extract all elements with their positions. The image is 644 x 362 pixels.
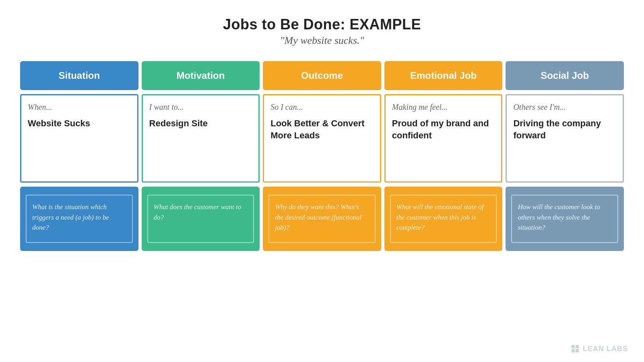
content-card-outcome: So I can...Look Better & Convert More Le… (263, 94, 381, 183)
content-card-motivation: I want to...Redesign Site (142, 94, 260, 183)
col-emotional-job: Emotional JobMaking me feel...Proud of m… (384, 61, 503, 251)
col-header-situation: Situation (20, 61, 138, 90)
svg-rect-1 (576, 345, 579, 348)
card-prompt-outcome: So I can... (270, 103, 374, 112)
card-value-social-job: Driving the company forward (513, 117, 616, 141)
card-value-outcome: Look Better & Convert More Leads (270, 117, 374, 141)
desc-card-social-job: How will the customer look to others whe… (511, 195, 618, 243)
svg-rect-3 (576, 349, 579, 352)
bottom-section-situation: What is the situation which triggers a n… (20, 187, 138, 251)
desc-card-situation: What is the situation which triggers a n… (26, 195, 133, 243)
content-card-emotional-job: Making me feel...Proud of my brand and c… (384, 94, 503, 183)
card-value-motivation: Redesign Site (149, 117, 252, 130)
page-header: Jobs to Be Done: EXAMPLE "My website suc… (20, 16, 624, 47)
desc-card-motivation: What does the customer want to do? (147, 195, 254, 243)
card-value-emotional-job: Proud of my brand and confident (392, 117, 495, 141)
svg-rect-2 (572, 349, 575, 352)
desc-card-outcome: Why do they want this? What's the desire… (268, 195, 376, 243)
bottom-section-motivation: What does the customer want to do? (142, 187, 260, 251)
bottom-section-social-job: How will the customer look to others whe… (506, 187, 624, 251)
card-prompt-emotional-job: Making me feel... (392, 103, 495, 112)
col-header-emotional-job: Emotional Job (384, 61, 503, 90)
page-title: Jobs to Be Done: EXAMPLE (20, 16, 624, 33)
card-value-situation: Website Sucks (28, 117, 131, 130)
page-wrapper: Jobs to Be Done: EXAMPLE "My website suc… (12, 0, 632, 259)
page-subtitle: "My website sucks." (20, 35, 624, 47)
col-header-outcome: Outcome (263, 61, 381, 90)
col-social-job: Social JobOthers see I'm...Driving the c… (506, 61, 624, 251)
col-header-motivation: Motivation (142, 61, 260, 90)
lean-labs-logo: LEAN LABS (571, 344, 628, 353)
bottom-section-outcome: Why do they want this? What's the desire… (263, 187, 381, 251)
content-card-situation: When...Website Sucks (20, 94, 138, 183)
col-header-social-job: Social Job (506, 61, 624, 90)
bottom-section-emotional-job: What will the emotional state of the cus… (384, 187, 503, 251)
col-outcome: OutcomeSo I can...Look Better & Convert … (263, 61, 381, 251)
col-motivation: MotivationI want to...Redesign SiteWhat … (142, 61, 260, 251)
content-card-social-job: Others see I'm...Driving the company for… (506, 94, 624, 183)
desc-card-emotional-job: What will the emotional state of the cus… (390, 195, 497, 243)
lean-labs-text: LEAN LABS (583, 345, 628, 353)
card-prompt-social-job: Others see I'm... (513, 103, 616, 112)
lean-labs-icon (571, 344, 580, 353)
card-prompt-situation: When... (28, 103, 131, 112)
columns-wrapper: SituationWhen...Website SucksWhat is the… (20, 61, 624, 251)
col-situation: SituationWhen...Website SucksWhat is the… (20, 61, 138, 251)
svg-rect-0 (572, 345, 575, 348)
card-prompt-motivation: I want to... (149, 103, 252, 112)
